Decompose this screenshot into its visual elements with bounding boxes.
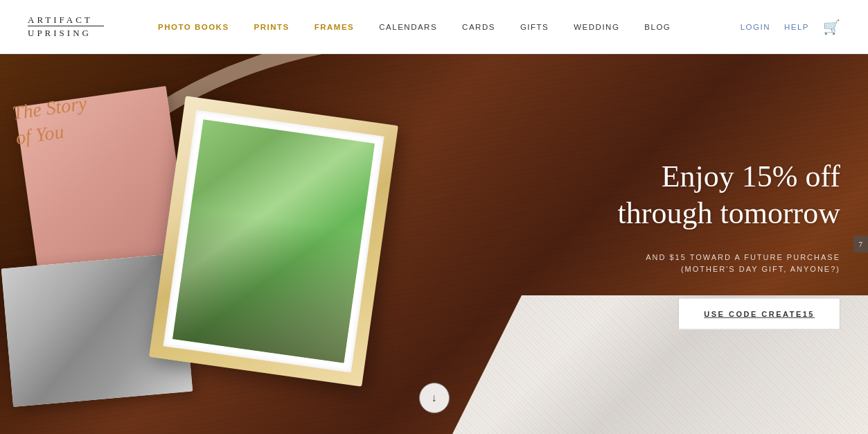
nav-prints[interactable]: PRINTS (242, 23, 302, 31)
scroll-down-arrow: ↓ (432, 392, 437, 404)
nav-wedding[interactable]: WEDDING (561, 23, 632, 31)
logo[interactable]: ARTIFACT UPRISING (28, 15, 104, 38)
nav-cards[interactable]: CARDS (450, 23, 508, 31)
nav-calendars[interactable]: CALENDARS (366, 23, 450, 31)
hero-section: The Story of You 7 ↓ Enjoy 15% offthroug… (0, 54, 868, 434)
nav-blog[interactable]: BLOG (632, 23, 683, 31)
headline-text: Enjoy 15% offthrough tomorrow (618, 159, 840, 230)
hero-headline: Enjoy 15% offthrough tomorrow (618, 159, 840, 232)
nav-gifts[interactable]: GIFTS (508, 23, 561, 31)
photo-content (172, 119, 375, 363)
framed-photo (149, 96, 398, 386)
frame-mat (163, 110, 384, 373)
login-link[interactable]: LOGIN (741, 23, 770, 31)
nav-frames[interactable]: FRAMES (302, 23, 367, 31)
subtext-line2: (MOTHER'S DAY GIFT, ANYONE?) (681, 265, 840, 273)
header-right: LOGIN HELP 🛒 (741, 19, 840, 35)
hero-text-panel: Enjoy 15% offthrough tomorrow AND $15 TO… (618, 159, 840, 330)
subtext-line1: AND $15 TOWARD A FUTURE PURCHASE (646, 252, 840, 261)
logo-top: ARTIFACT (28, 15, 93, 26)
main-nav: PHOTO BOOKS PRINTS FRAMES CALENDARS CARD… (145, 23, 741, 31)
cta-code: CREATE15 (761, 309, 815, 318)
header: ARTIFACT UPRISING PHOTO BOOKS PRINTS FRA… (0, 0, 868, 54)
cta-prefix: USE CODE (704, 309, 761, 318)
book-title-text: The Story of You (10, 91, 91, 151)
book-title-line2: of You (15, 121, 65, 148)
help-link[interactable]: HELP (784, 23, 809, 31)
slide-indicator: 7 (853, 236, 869, 252)
nav-photo-books[interactable]: PHOTO BOOKS (145, 23, 242, 31)
cart-icon[interactable]: 🛒 (823, 19, 840, 35)
hero-subtext: AND $15 TOWARD A FUTURE PURCHASE (MOTHER… (618, 251, 840, 275)
cta-button[interactable]: USE CODE CREATE15 (678, 297, 840, 329)
scroll-down-button[interactable]: ↓ (419, 383, 450, 413)
logo-bottom: UPRISING (28, 26, 104, 39)
